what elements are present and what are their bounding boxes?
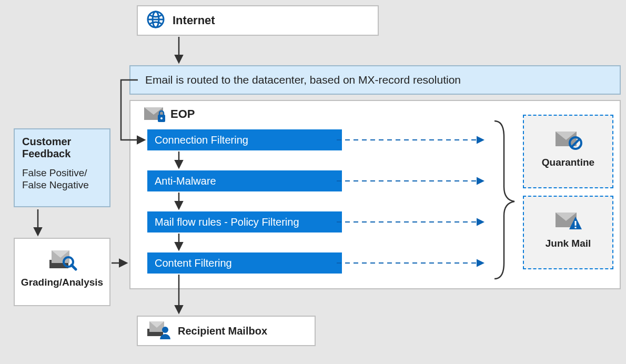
svg-rect-15 — [575, 227, 577, 228]
eop-stage-policy-filtering: Mail flow rules - Policy Filtering — [147, 211, 342, 232]
recipient-label: Recipient Mailbox — [178, 325, 267, 337]
junk-mail-box: Junk Mail — [523, 196, 613, 269]
eop-stage-connection-filtering: Connection Filtering — [147, 129, 342, 150]
stage-label: Connection Filtering — [155, 134, 248, 146]
eop-stage-content-filtering: Content Filtering — [147, 252, 342, 274]
mail-block-icon — [524, 128, 612, 153]
quarantine-box: Quarantine — [523, 115, 613, 188]
quarantine-label: Quarantine — [524, 157, 612, 168]
feedback-subtitle: False Positive/ False Negative — [22, 167, 102, 191]
feedback-box: Customer Feedback False Positive/ False … — [14, 128, 110, 207]
routing-banner-text: Email is routed to the datacenter, based… — [145, 74, 461, 86]
svg-line-20 — [72, 265, 76, 269]
stage-label: Mail flow rules - Policy Filtering — [155, 216, 299, 228]
mail-search-icon — [15, 247, 109, 274]
routing-banner: Email is routed to the datacenter, based… — [129, 65, 621, 95]
stage-label: Content Filtering — [155, 257, 232, 269]
grading-box: Grading/Analysis — [14, 238, 110, 306]
junk-label: Junk Mail — [524, 238, 612, 249]
eop-title: EOP — [170, 107, 195, 121]
grading-label: Grading/Analysis — [15, 277, 109, 288]
svg-point-6 — [160, 117, 163, 119]
svg-rect-14 — [575, 221, 577, 226]
feedback-title: Customer Feedback — [22, 136, 102, 160]
recipient-box: Recipient Mailbox — [137, 316, 316, 346]
svg-point-24 — [162, 327, 168, 333]
internet-box: Internet — [137, 5, 379, 36]
stage-label: Anti-Malware — [155, 175, 216, 187]
mail-user-icon — [145, 319, 171, 342]
mail-warning-icon — [524, 209, 612, 234]
globe-icon — [145, 9, 166, 32]
eop-stage-anti-malware: Anti-Malware — [147, 170, 342, 191]
mail-lock-icon — [143, 105, 166, 125]
internet-label: Internet — [173, 14, 215, 27]
